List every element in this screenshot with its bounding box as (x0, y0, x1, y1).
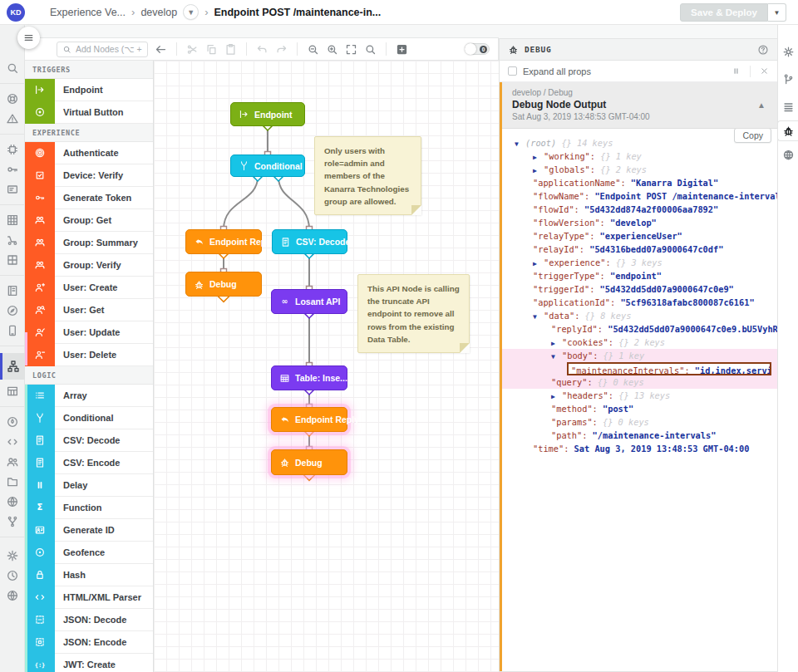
globe-icon[interactable] (6, 495, 19, 508)
palette-item-device-verify[interactable]: Device: Verify (25, 164, 153, 187)
palette-item-generate-id[interactable]: Generate ID (25, 519, 153, 542)
sticky-note-2[interactable]: This API Node is calling the truncate AP… (357, 274, 470, 353)
help-icon[interactable] (757, 44, 769, 56)
workflow-node-csv-decode[interactable]: CSV: Decode (272, 229, 347, 254)
collapse-palette-button[interactable] (155, 43, 167, 56)
flame-icon[interactable] (6, 415, 19, 429)
debug-mode-toggle[interactable]: 0 (465, 43, 490, 55)
tree-collapse-icon[interactable]: ▼ (533, 311, 544, 322)
zoom-out-button[interactable] (307, 43, 319, 56)
main-menu-button[interactable] (17, 27, 40, 49)
notebook-icon[interactable] (6, 284, 19, 297)
palette-item-authenticate[interactable]: Authenticate (25, 142, 153, 164)
palette-item-csv-decode[interactable]: CSV: Decode (25, 429, 153, 452)
tree-collapse-icon[interactable]: ▼ (551, 351, 562, 362)
tree-expand-icon[interactable]: ▶ (533, 151, 544, 163)
palette-item-json-decode[interactable]: JSON: Decode (25, 609, 153, 631)
workflow-node-debug-1[interactable]: Debug (185, 272, 262, 297)
collapse-message-icon[interactable]: ▲ (757, 101, 766, 110)
cut-button[interactable] (186, 43, 199, 56)
box-icon[interactable] (6, 253, 19, 267)
palette-item-delay[interactable]: Delay (25, 474, 153, 497)
tree-expand-icon[interactable]: ▶ (551, 337, 562, 349)
palette-item-endpoint[interactable]: Endpoint (25, 79, 153, 101)
workflow-node-endpoint-reply-1[interactable]: Endpoint Reply (185, 229, 262, 254)
tree-expand-icon[interactable]: ▶ (551, 390, 562, 402)
palette-item-json-encode[interactable]: JSON: Encode (25, 631, 153, 654)
grid-icon[interactable] (6, 213, 19, 227)
palette-item-html-xml-parser[interactable]: HTML/XML Parser (25, 586, 153, 609)
folder-icon[interactable] (6, 475, 19, 488)
workflow-node-endpoint-reply-2[interactable]: Endpoint Reply (271, 407, 347, 432)
workflow-node-conditional[interactable]: Conditional (230, 155, 305, 177)
expand-all-props-checkbox[interactable] (508, 66, 517, 76)
palette-item-user-delete[interactable]: User: Delete (25, 344, 153, 366)
workflow-node-debug-2[interactable]: Debug (271, 449, 347, 475)
pause-icon[interactable] (732, 66, 741, 76)
palette-item-virtual-button[interactable]: Virtual Button (25, 101, 153, 124)
redo-button[interactable] (275, 43, 288, 56)
palette-item-array[interactable]: Array (25, 385, 153, 407)
warning-icon[interactable] (6, 112, 19, 125)
avatar[interactable]: KD (7, 3, 25, 22)
lifering-icon[interactable] (6, 92, 19, 105)
search-icon[interactable] (6, 61, 19, 75)
workflow-node-table-insert[interactable]: Table: Inse... (271, 365, 347, 390)
close-icon[interactable] (760, 66, 769, 76)
gear-icon[interactable] (782, 46, 795, 58)
branch-icon[interactable] (782, 73, 795, 86)
palette-item-function[interactable]: ΣFunction (25, 497, 153, 519)
palette-item-user-create[interactable]: User: Create (25, 277, 153, 299)
breadcrumb-version[interactable]: develop (140, 7, 177, 18)
tree-expand-icon[interactable]: ▶ (533, 258, 544, 269)
zoom-in-button[interactable] (326, 43, 338, 56)
debug-tab-active[interactable] (777, 120, 798, 141)
dolly-icon[interactable] (6, 233, 19, 247)
globe2-icon[interactable] (782, 149, 795, 161)
workflow-node-losant-api[interactable]: ∞Losant API (271, 289, 347, 314)
undo-button[interactable] (256, 43, 268, 56)
zoom-select-button[interactable] (364, 43, 377, 56)
stack-icon[interactable] (782, 101, 795, 113)
add-nodes-search[interactable] (57, 42, 148, 57)
palette-item-hash[interactable]: Hash (25, 564, 153, 586)
card-icon[interactable] (6, 183, 19, 196)
gear-icon[interactable] (6, 549, 19, 562)
palette-item-group-summary[interactable]: Group: Summary (25, 232, 153, 254)
add-nodes-input[interactable] (76, 44, 142, 54)
table141-icon[interactable] (6, 385, 19, 398)
save-deploy-caret-button[interactable]: ▼ (768, 3, 786, 22)
chip-icon[interactable] (6, 143, 19, 156)
save-deploy-button[interactable]: Save & Deploy (680, 3, 768, 22)
palette-item-geofence[interactable]: Geofence (25, 542, 153, 564)
add-note-button[interactable] (396, 43, 408, 56)
tree-collapse-icon[interactable]: ▼ (515, 138, 525, 150)
copy-button[interactable]: Copy (734, 129, 771, 143)
palette-item-generate-token[interactable]: Generate Token (25, 187, 153, 209)
paste-button[interactable] (224, 43, 237, 56)
palette-item-group-verify[interactable]: Group: Verify (25, 254, 153, 277)
palette-item-user-get[interactable]: User: Get (25, 299, 153, 321)
app-nav-item-flow-active[interactable] (0, 353, 25, 380)
sticky-note-1[interactable]: Only users with role=admin and members o… (314, 136, 421, 215)
clock-icon[interactable] (6, 569, 19, 582)
palette-item-user-update[interactable]: User: Update (25, 321, 153, 344)
codeslash-icon[interactable] (6, 435, 19, 449)
palette-item-conditional[interactable]: Conditional (25, 407, 153, 429)
workflow-node-endpoint-trigger[interactable]: Endpoint (230, 102, 305, 126)
breadcrumb-app[interactable]: Experience Ve... (50, 7, 126, 18)
tree-expand-icon[interactable]: ▶ (533, 164, 544, 176)
palette-item-jwt-create[interactable]: {:}JWT: Create (25, 654, 153, 672)
debug-message-header[interactable]: develop / Debug Debug Node Output Sat Au… (502, 82, 777, 129)
key-icon[interactable] (6, 163, 19, 176)
version-dropdown-button[interactable]: ▼ (183, 4, 199, 20)
fit-to-screen-button[interactable] (345, 43, 357, 56)
compass-icon[interactable] (6, 304, 19, 317)
pipeline-icon[interactable] (6, 515, 19, 528)
highlighted-json-value[interactable]: "maintenanceIntervals": "id,index,servic… (567, 362, 771, 375)
palette-item-group-get[interactable]: Group: Get (25, 209, 153, 232)
phone-icon[interactable] (6, 324, 19, 337)
people-icon[interactable] (6, 455, 19, 468)
workflow-canvas[interactable]: Only users with role=admin and members o… (154, 61, 499, 672)
globe-icon[interactable] (6, 589, 19, 602)
